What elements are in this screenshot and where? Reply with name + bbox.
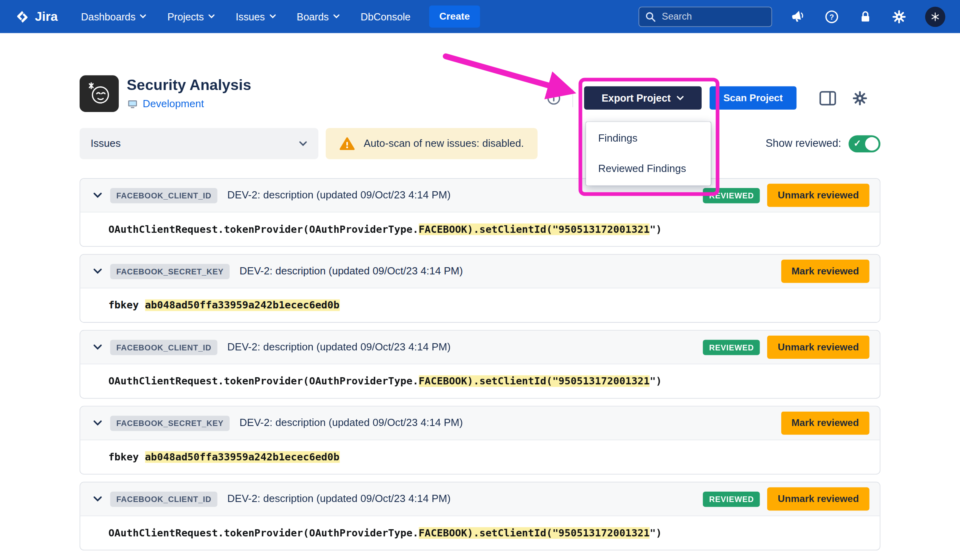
filter-row: Issues Auto-scan of new issues: disabled… [80, 128, 880, 159]
announcement-icon[interactable] [790, 9, 806, 24]
autoscan-warning-banner: Auto-scan of new issues: disabled. [326, 128, 537, 159]
primary-nav: Dashboards Projects Issues Boards DbCons… [81, 11, 411, 22]
code-text: fbkey [108, 451, 145, 463]
help-icon[interactable]: ? [824, 9, 839, 24]
collapse-chevron-icon[interactable] [91, 264, 104, 278]
finding-header: FACEBOOK_SECRET_KEY DEV-2: description (… [80, 255, 880, 288]
code-text: fbkey [108, 299, 145, 311]
nav-item-boards[interactable]: Boards [297, 11, 340, 22]
create-button[interactable]: Create [429, 6, 480, 28]
finding-title: DEV-2: description (updated 09/Oct/23 4:… [227, 341, 450, 354]
collapse-chevron-icon[interactable] [91, 340, 104, 354]
code-text: ") [650, 527, 662, 539]
brand-label: Jira [35, 9, 58, 24]
collapse-chevron-icon[interactable] [91, 188, 104, 202]
finding-card: FACEBOOK_CLIENT_ID DEV-2: description (u… [80, 482, 880, 550]
nav-item-label: Dashboards [81, 11, 136, 22]
issues-dropdown[interactable]: Issues [80, 128, 318, 159]
finding-header: FACEBOOK_CLIENT_ID DEV-2: description (u… [80, 179, 880, 212]
project-avatar [80, 75, 119, 112]
nav-item-label: DbConsole [360, 11, 410, 22]
scan-project-button[interactable]: Scan Project [710, 86, 796, 110]
code-match-highlight: FACEBOOK).setClientId("950513172001321 [418, 527, 650, 539]
code-match-highlight: ab048ad50ffa33959a242b1ecec6ed0b [145, 451, 340, 463]
mark-reviewed-button[interactable]: Mark reviewed [781, 412, 870, 435]
finding-type-badge: FACEBOOK_SECRET_KEY [110, 416, 230, 431]
divider [572, 89, 573, 107]
check-icon: ✓ [854, 138, 861, 149]
app-root: Jira Dashboards Projects Issues Boards D… [0, 0, 960, 560]
project-link[interactable]: Development [143, 98, 204, 110]
chevron-down-icon [208, 14, 215, 19]
reviewed-badge: REVIEWED [703, 340, 760, 355]
menu-item-findings[interactable]: Findings [586, 123, 711, 154]
finding-title: DEV-2: description (updated 09/Oct/23 4:… [240, 417, 463, 429]
chevron-down-icon [269, 14, 276, 19]
show-reviewed-toggle[interactable]: ✓ [848, 135, 880, 152]
findings-list: FACEBOOK_CLIENT_ID DEV-2: description (u… [80, 178, 880, 550]
top-nav-bar: Jira Dashboards Projects Issues Boards D… [0, 0, 960, 33]
nav-utility-icons: ? [790, 6, 945, 27]
finding-title: DEV-2: description (updated 09/Oct/23 4:… [227, 493, 450, 505]
nav-item-dbconsole[interactable]: DbConsole [360, 11, 410, 22]
unmark-reviewed-button[interactable]: Unmark reviewed [768, 184, 870, 207]
finding-type-badge: FACEBOOK_CLIENT_ID [110, 188, 218, 203]
jira-logo-icon [15, 9, 30, 24]
finding-code: OAuthClientRequest.tokenProvider(OAuthPr… [80, 212, 880, 246]
nav-item-label: Boards [297, 11, 329, 22]
sidebar-layout-icon[interactable] [818, 90, 837, 106]
nav-item-projects[interactable]: Projects [167, 11, 215, 22]
finding-type-badge: FACEBOOK_SECRET_KEY [110, 264, 230, 279]
code-text: ") [650, 224, 662, 235]
finding-title: DEV-2: description (updated 09/Oct/23 4:… [240, 265, 463, 278]
finding-actions: REVIEWED Unmark reviewed [703, 487, 869, 510]
lock-icon[interactable] [858, 9, 873, 24]
nav-item-label: Issues [236, 11, 265, 22]
info-icon[interactable] [546, 90, 561, 106]
code-text: OAuthClientRequest.tokenProvider(OAuthPr… [108, 375, 418, 387]
unmark-reviewed-button[interactable]: Unmark reviewed [768, 487, 870, 510]
header-actions: Export Project Scan Project [546, 86, 868, 110]
finding-code: fbkey ab048ad50ffa33959a242b1ecec6ed0b [80, 440, 880, 474]
finding-code: fbkey ab048ad50ffa33959a242b1ecec6ed0b [80, 288, 880, 322]
apps-avatar-icon[interactable] [925, 6, 946, 27]
code-match-highlight: FACEBOOK).setClientId("950513172001321 [418, 375, 650, 387]
warning-text: Auto-scan of new issues: disabled. [364, 138, 524, 150]
nav-item-dashboards[interactable]: Dashboards [81, 11, 147, 22]
nav-item-issues[interactable]: Issues [236, 11, 276, 22]
chevron-down-icon [140, 14, 147, 19]
project-row: Development [127, 98, 251, 110]
chevron-down-icon [677, 95, 684, 101]
monitor-icon [127, 98, 138, 110]
svg-text:?: ? [830, 12, 834, 21]
finding-card: FACEBOOK_CLIENT_ID DEV-2: description (u… [80, 178, 880, 246]
search-icon [645, 11, 656, 22]
collapse-chevron-icon[interactable] [91, 416, 104, 430]
finding-type-badge: FACEBOOK_CLIENT_ID [110, 491, 218, 506]
mark-reviewed-button[interactable]: Mark reviewed [781, 260, 870, 283]
global-search[interactable] [638, 6, 772, 27]
warning-icon [339, 136, 355, 152]
code-text: ") [650, 375, 662, 387]
collapse-chevron-icon[interactable] [91, 492, 104, 506]
finding-actions: REVIEWED Unmark reviewed [703, 336, 869, 359]
nav-item-label: Projects [167, 11, 204, 22]
export-project-button[interactable]: Export Project [584, 86, 702, 110]
finding-header: FACEBOOK_SECRET_KEY DEV-2: description (… [80, 406, 880, 440]
code-match-highlight: FACEBOOK).setClientId("950513172001321 [418, 224, 650, 235]
finding-card: FACEBOOK_CLIENT_ID DEV-2: description (u… [80, 330, 880, 398]
main-content: Security Analysis Development [0, 75, 960, 550]
toggle-knob [865, 137, 879, 150]
finding-title: DEV-2: description (updated 09/Oct/23 4:… [227, 189, 450, 202]
gear-icon[interactable] [852, 90, 868, 106]
search-input[interactable] [661, 10, 766, 23]
export-button-label: Export Project [602, 92, 671, 104]
unmark-reviewed-button[interactable]: Unmark reviewed [768, 336, 870, 359]
title-block: Security Analysis Development [127, 75, 251, 110]
export-dropdown-menu: Findings Reviewed Findings [586, 122, 711, 186]
jira-brand[interactable]: Jira [15, 9, 58, 24]
menu-item-reviewed-findings[interactable]: Reviewed Findings [586, 154, 711, 184]
settings-icon[interactable] [892, 9, 907, 24]
reviewed-badge: REVIEWED [703, 491, 760, 506]
issues-dropdown-value: Issues [91, 138, 121, 150]
